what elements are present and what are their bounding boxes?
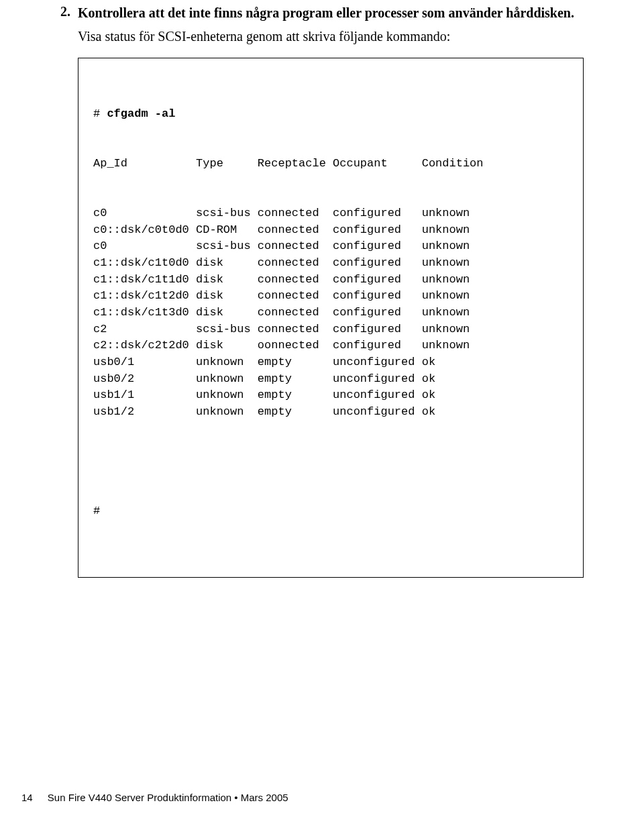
code-row: c0::dsk/c0t0d0 CD-ROM connected configur… [93,222,568,239]
code-row: usb1/1 unknown empty unconfigured ok [93,387,568,404]
step-subtext: Visa status för SCSI-enheterna genom att… [78,28,584,46]
code-row: usb0/2 unknown empty unconfigured ok [93,371,568,388]
code-row: usb0/1 unknown empty unconfigured ok [93,354,568,371]
step-item: 2. Kontrollera att det inte finns några … [60,4,584,22]
code-row: c1::dsk/c1t2d0 disk connected configured… [93,288,568,305]
code-row: c1::dsk/c1t1d0 disk connected configured… [93,272,568,289]
code-row: c1::dsk/c1t3d0 disk connected configured… [93,305,568,321]
shell-command: cfgadm -al [107,107,175,120]
step-number: 2. [60,4,78,22]
code-row: c0 scsi-bus connected configured unknown [93,238,568,255]
code-header-row: Ap_Id Type Receptacle Occupant Condition [93,156,568,172]
shell-prompt: # [93,107,107,120]
footer-page-number: 14 [21,792,33,803]
step-text: Kontrollera att det inte finns några pro… [78,4,574,22]
code-command-line: # cfgadm -al [93,106,568,123]
code-row: c0 scsi-bus connected configured unknown [93,205,568,222]
code-row: c2::dsk/c2t2d0 disk oonnected configured… [93,338,568,354]
footer-text: Sun Fire V440 Server Produktinformation … [48,792,288,803]
code-row: c2 scsi-bus connected configured unknown [93,321,568,338]
code-row: usb1/2 unknown empty unconfigured ok [93,404,568,421]
code-listing: # cfgadm -al Ap_Id Type Receptacle Occup… [78,58,584,578]
code-row: c1::dsk/c1t0d0 disk connected configured… [93,255,568,272]
page-footer: 14 Sun Fire V440 Server Produktinformati… [21,792,288,803]
shell-prompt-trailing: # [93,503,568,520]
code-blank-line [93,454,568,470]
